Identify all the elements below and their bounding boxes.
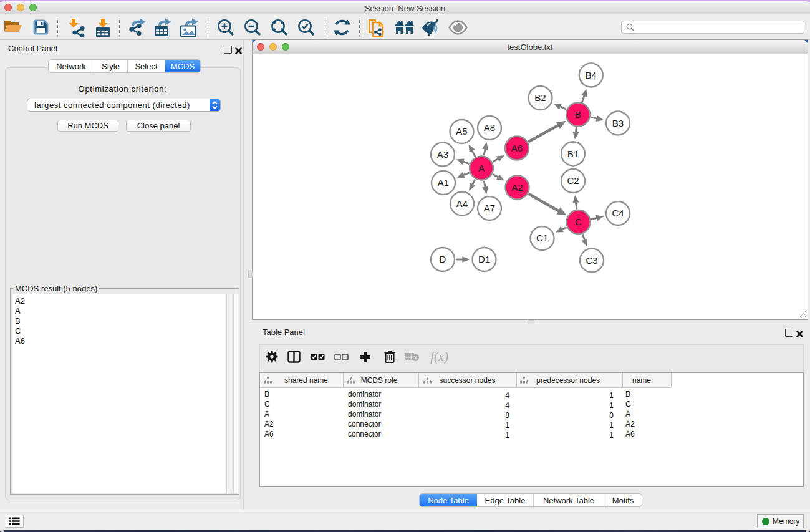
- svg-text:D: D: [440, 254, 446, 264]
- svg-text:B1: B1: [567, 148, 579, 159]
- svg-text:A8: A8: [484, 122, 495, 133]
- svg-text:B4: B4: [586, 70, 597, 80]
- svg-text:A: A: [478, 163, 485, 173]
- svg-text:C3: C3: [586, 255, 597, 266]
- svg-text:A6: A6: [511, 143, 523, 153]
- svg-text:C4: C4: [612, 208, 624, 218]
- svg-text:C1: C1: [536, 233, 548, 243]
- svg-text:A7: A7: [484, 203, 495, 213]
- svg-text:A4: A4: [456, 198, 468, 209]
- svg-text:A1: A1: [438, 177, 449, 188]
- svg-text:A5: A5: [456, 126, 467, 137]
- svg-text:C2: C2: [567, 175, 579, 186]
- svg-text:C: C: [575, 216, 582, 227]
- svg-text:B2: B2: [534, 92, 546, 103]
- svg-text:A2: A2: [511, 182, 523, 193]
- svg-text:A3: A3: [437, 149, 448, 160]
- svg-text:B3: B3: [612, 118, 624, 128]
- svg-text:B: B: [575, 109, 581, 120]
- svg-text:D1: D1: [478, 254, 490, 264]
